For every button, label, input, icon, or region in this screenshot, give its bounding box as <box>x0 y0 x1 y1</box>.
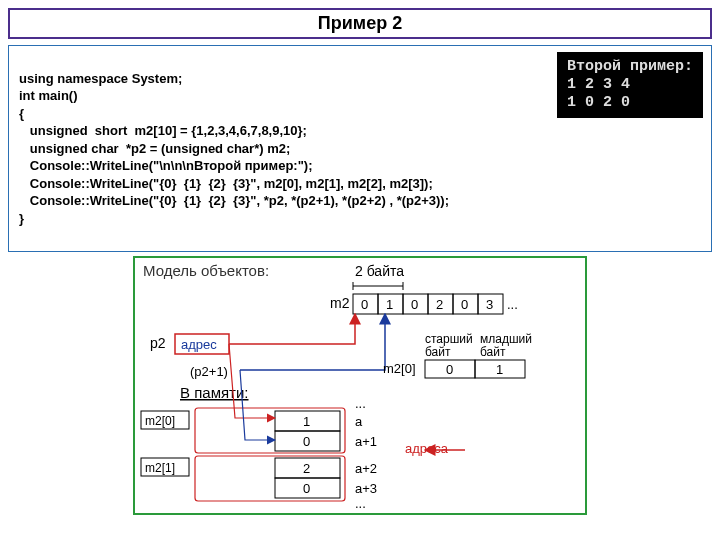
code-line: Console::WriteLine("{0} {1} {2} {3}", *p… <box>19 193 449 208</box>
svg-text:0: 0 <box>303 434 310 449</box>
addr-a: a <box>355 414 363 429</box>
code-line: Console::WriteLine("\n\n\nВторой пример:… <box>19 158 312 173</box>
m2-0-label: m2[0] <box>145 414 175 428</box>
svg-text:1: 1 <box>303 414 310 429</box>
code-line: using namespace System; <box>19 71 182 86</box>
addr-a3: a+3 <box>355 481 377 496</box>
console-line: 1 0 2 0 <box>567 94 630 111</box>
addr-text: адрес <box>181 337 217 352</box>
older-byte-label: старшийбайт <box>425 332 473 359</box>
m2-0-row-label: m2[0] <box>383 361 416 376</box>
slide-title: Пример 2 <box>8 8 712 39</box>
addr-a2: a+2 <box>355 461 377 476</box>
console-line: Второй пример: <box>567 58 693 75</box>
m2-array: 0 1 0 2 0 3 ... <box>353 294 518 314</box>
svg-text:0: 0 <box>303 481 310 496</box>
svg-text:0: 0 <box>446 362 453 377</box>
m2-1-label: m2[1] <box>145 461 175 475</box>
two-bytes-label: 2 байта <box>355 263 404 279</box>
code-line: unsigned char *p2 = (unsigned char*) m2; <box>19 141 290 156</box>
svg-text:3: 3 <box>486 297 493 312</box>
svg-text:0: 0 <box>461 297 468 312</box>
svg-text:1: 1 <box>496 362 503 377</box>
younger-byte-label: младшийбайт <box>480 332 532 359</box>
svg-text:...: ... <box>507 297 518 312</box>
code-line: unsigned short m2[10] = {1,2,3,4,6,7,8,9… <box>19 123 307 138</box>
addr-a1: a+1 <box>355 434 377 449</box>
code-block: using namespace System; int main() { uns… <box>8 45 712 252</box>
arrow-p2plus1 <box>240 314 385 370</box>
svg-text:0: 0 <box>411 297 418 312</box>
svg-text:2: 2 <box>436 297 443 312</box>
svg-text:...: ... <box>355 496 366 511</box>
svg-text:1: 1 <box>386 297 393 312</box>
code-line: } <box>19 211 24 226</box>
memory-diagram: Модель объектов: 2 байта m2 0 1 0 2 0 3 … <box>133 256 587 515</box>
code-line: Console::WriteLine("{0} {1} {2} {3}", m2… <box>19 176 433 191</box>
model-label: Модель объектов: <box>143 262 269 279</box>
memory-label: В памяти: <box>180 384 249 401</box>
p2plus1-label: (p2+1) <box>190 364 228 379</box>
code-line: int main() <box>19 88 78 103</box>
addresses-label: адреса <box>405 441 449 456</box>
console-line: 1 2 3 4 <box>567 76 630 93</box>
code-line: { <box>19 106 24 121</box>
p2-label: p2 <box>150 335 166 351</box>
svg-text:...: ... <box>355 396 366 411</box>
m2-label: m2 <box>330 295 350 311</box>
svg-text:0: 0 <box>361 297 368 312</box>
console-output: Второй пример: 1 2 3 4 1 0 2 0 <box>557 52 703 118</box>
diagram-svg: Модель объектов: 2 байта m2 0 1 0 2 0 3 … <box>135 258 585 513</box>
svg-text:2: 2 <box>303 461 310 476</box>
arrow-p2-to-m2 <box>229 314 355 344</box>
